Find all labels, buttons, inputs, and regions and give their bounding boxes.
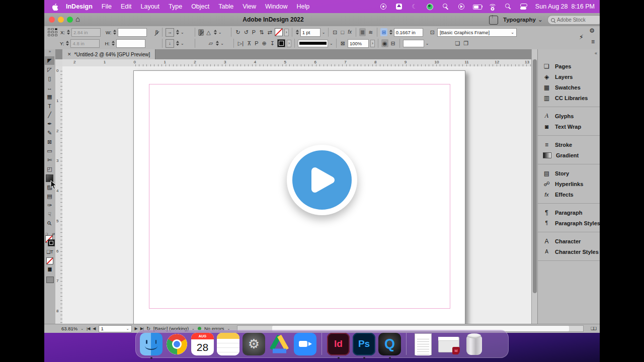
battery-icon[interactable]	[473, 3, 481, 11]
quick-apply-icon[interactable]: ❐	[462, 39, 469, 47]
h-stepper[interactable]	[111, 40, 115, 46]
stroke-weight-dropdown[interactable]: ⌄	[322, 30, 326, 35]
apple-menu-icon[interactable]	[49, 3, 60, 11]
stroke-weight-field[interactable]: 1 pt	[300, 28, 320, 37]
rotation-angle-icon[interactable]: △	[205, 28, 211, 36]
line-tool[interactable]: ╱	[45, 111, 54, 119]
corner-options-icon[interactable]: ⊡	[332, 28, 338, 36]
dock-item-finder[interactable]	[140, 333, 163, 355]
constrain-scale-icon[interactable]: 8	[198, 29, 204, 36]
pages-view-icon[interactable]: ❏❏	[591, 326, 596, 331]
flip-v-icon[interactable]: ⊼	[246, 39, 252, 47]
zoom-window-button[interactable]	[67, 17, 73, 23]
panel-item-pages[interactable]: ❏Pages	[538, 61, 600, 71]
first-page-button[interactable]: |◀	[87, 326, 90, 331]
panel-item-effects[interactable]: fxEffects	[538, 189, 600, 200]
shear-dropdown[interactable]: ⌄	[220, 41, 224, 46]
corner-shape-icon[interactable]: □	[340, 28, 346, 36]
chevron-down-icon[interactable]: ⌄	[426, 41, 429, 46]
content-collector-tool[interactable]: ▦	[45, 93, 54, 101]
x-stepper[interactable]	[66, 29, 70, 35]
note-tool[interactable]: ▤	[45, 192, 54, 201]
paragraph-presets-icon[interactable]: P	[251, 28, 257, 36]
opacity-icon[interactable]: ⊠	[340, 39, 346, 47]
document-canvas[interactable]	[62, 66, 531, 324]
stroke-color-swatch[interactable]	[48, 239, 55, 246]
reference-point-proxy[interactable]	[48, 28, 57, 36]
free-transform-tool[interactable]: ◰	[45, 165, 54, 173]
content-grabber-icon[interactable]: ⊕	[261, 39, 268, 47]
vertical-ruler[interactable]: 012345678	[55, 66, 63, 324]
panel-item-cc-libraries[interactable]: ▥CC Libraries	[538, 93, 600, 103]
close-tab-icon[interactable]: ✕	[67, 52, 71, 57]
scissors-tool[interactable]: ✄	[45, 156, 54, 164]
distribute-icon[interactable]: ⇅	[258, 28, 265, 36]
stroke-style-dropdown[interactable]: ⌄	[330, 41, 333, 46]
type-tool[interactable]: T	[45, 102, 54, 110]
apply-none-button[interactable]	[46, 257, 53, 264]
panel-item-paragraph-styles[interactable]: ¶Paragraph Styles	[538, 218, 600, 228]
chevron-down-icon[interactable]: ⌄	[181, 41, 184, 46]
page-number-field[interactable]: 1 ⌄	[99, 325, 132, 332]
gap-field[interactable]: 0.1667 in	[394, 28, 423, 37]
panel-item-paragraph[interactable]: ¶Paragraph	[538, 207, 600, 218]
rotate-ccw-icon[interactable]: ↺	[243, 28, 250, 36]
camera-icon[interactable]	[395, 3, 403, 11]
rotation-dropdown[interactable]: ⌄	[218, 30, 222, 35]
stroke-weight-stepper[interactable]	[295, 29, 299, 35]
panel-item-swatches[interactable]: ▦Swatches	[538, 82, 600, 93]
menu-item-layout[interactable]: Layout	[136, 0, 165, 13]
menu-item-type[interactable]: Type	[164, 0, 187, 13]
effects-icon[interactable]: fx	[347, 28, 353, 36]
text-wrap-none-icon[interactable]: ≣	[359, 28, 366, 36]
dock-item-google-drive[interactable]	[268, 333, 291, 355]
pencil-tool[interactable]: ✎	[45, 129, 54, 137]
next-page-button[interactable]: ▶	[135, 326, 137, 331]
panel-item-stroke[interactable]: ≡Stroke	[538, 139, 600, 150]
panel-item-gradient[interactable]: Gradient	[538, 150, 600, 160]
value-stepper[interactable]	[213, 29, 217, 35]
dock-item-calendar[interactable]: AUG28	[191, 333, 214, 355]
arrange-icon[interactable]: ↧	[269, 39, 276, 47]
panel-item-character[interactable]: ACharacter	[538, 236, 600, 246]
dock-item-recent-document[interactable]	[412, 333, 434, 355]
horizontal-ruler[interactable]: 21012345678910111213	[62, 59, 531, 67]
style-override-icon[interactable]: ❏	[454, 39, 461, 47]
panel-menu-icon[interactable]: ≡	[591, 38, 595, 45]
x-field[interactable]: 2.84 in	[71, 28, 101, 37]
rectangle-frame-tool[interactable]: ⊠	[45, 138, 54, 146]
frame-fitting-icon[interactable]: ⊡	[429, 28, 436, 36]
toolbar-collapse-icon[interactable]: »	[44, 49, 55, 54]
stroke-style-preview[interactable]	[298, 40, 328, 47]
spotlight-icon[interactable]	[504, 3, 512, 11]
panel-item-character-styles[interactable]: ACharacter Styles	[538, 246, 600, 257]
ruler-origin-corner[interactable]	[55, 59, 63, 67]
dock-item-trash[interactable]	[463, 333, 486, 355]
formatting-affects-container-icon[interactable]: ❑T	[44, 249, 55, 254]
flip-vertical-button[interactable]: ↓	[166, 39, 174, 48]
screen-mode-button[interactable]	[46, 277, 54, 283]
flip-horizontal-button[interactable]: →	[166, 28, 174, 37]
text-wrap-around-icon[interactable]: ≋	[367, 28, 374, 36]
avatar-icon[interactable]	[426, 3, 434, 11]
auto-fit-icon[interactable]: ⊞	[380, 28, 387, 36]
value-stepper[interactable]	[389, 29, 392, 35]
selection-tool[interactable]: ◤	[45, 56, 54, 65]
zoom-level[interactable]: 63.81%	[61, 326, 77, 331]
object-style-select[interactable]: [Basic Graphics Frame]⌄	[437, 28, 517, 37]
document-tab[interactable]: ✕ *Untitled-2 @ 64% [GPU Preview]	[62, 49, 155, 59]
align-icon[interactable]: ⇄	[266, 28, 273, 36]
paragraph-style-icon[interactable]: P	[254, 39, 259, 47]
dock-item-photoshop[interactable]: Ps	[353, 333, 375, 355]
flip-presets-dropdown[interactable]: ⌄	[181, 30, 184, 35]
h-field[interactable]	[116, 39, 145, 48]
menu-item-window[interactable]: Window	[261, 0, 292, 13]
minimize-window-button[interactable]	[58, 17, 64, 23]
adobe-stock-search-input[interactable]: Adobe Stock	[547, 15, 600, 25]
rectangle-tool[interactable]: ▭	[45, 147, 54, 155]
moon-icon[interactable]: ☾	[411, 3, 419, 11]
key-icon[interactable]	[442, 3, 450, 11]
transparency-icon[interactable]: ◉	[381, 39, 388, 47]
preview-fill-dropdown[interactable]	[403, 40, 424, 47]
dock-item-zoom-app[interactable]	[294, 333, 316, 355]
